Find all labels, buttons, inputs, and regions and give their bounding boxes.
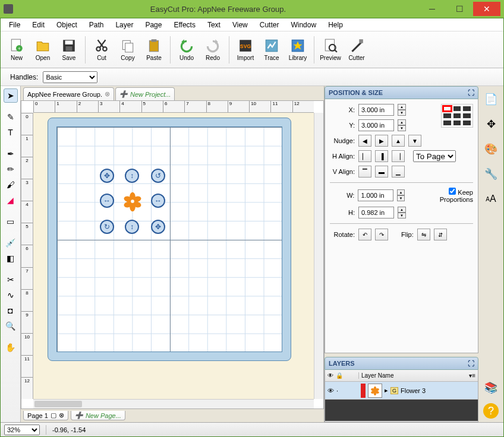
y-down[interactable]: ▼ [398,125,406,131]
handle-skew[interactable]: ↻ [100,220,114,234]
position-size-header[interactable]: POSITION & SIZE ⛶ [325,86,478,99]
text-tool[interactable]: T [4,125,18,140]
panel-expand-icon[interactable]: ⛶ [468,89,474,96]
grid[interactable]: ✥ ↕ ↺ ↔ ↔ ↻ ↕ ✥ [56,126,282,352]
knife-tool[interactable]: ✂ [4,273,18,287]
pen-tool[interactable]: ✒ [4,147,18,161]
scrollbar-horizontal[interactable] [33,399,314,408]
handle-rotate[interactable]: ↺ [151,169,165,183]
nudge-right[interactable]: ▶ [375,135,388,147]
w-input[interactable]: 1.000 in [358,189,393,201]
nudge-left[interactable]: ◀ [358,135,371,147]
hand-tool[interactable]: ✋ [4,340,18,354]
scrollbar-vertical[interactable] [314,113,323,399]
cutter-button[interactable]: Cutter [344,33,369,66]
layer-color[interactable] [361,384,366,398]
y-up[interactable]: ▲ [398,119,406,125]
menu-window[interactable]: Window [285,20,322,30]
color-panel-icon[interactable]: 🎨 [481,140,500,159]
menu-layer[interactable]: Layer [109,20,139,30]
copy-button[interactable]: Copy [115,33,140,66]
handle-bottom[interactable]: ↕ [125,220,139,234]
panel-expand-icon[interactable]: ⛶ [468,360,474,367]
redo-button[interactable]: Redo [200,33,225,66]
flip-v[interactable]: ⇵ [434,229,447,240]
text-panel-icon[interactable]: AA [481,189,500,208]
layer-visible-icon[interactable]: 👁 [327,387,334,394]
node-tool[interactable]: ✎ [4,110,18,124]
handles-select[interactable]: Basic [43,71,97,83]
close-tab-icon[interactable]: ⊗ [105,90,110,98]
zoom-select[interactable]: 32% [4,425,40,435]
shape-tool[interactable]: ▭ [4,214,18,229]
brush-tool[interactable]: 🖌 [4,178,18,192]
valign-middle[interactable]: ▬ [375,166,388,178]
keep-proportions-checkbox[interactable] [449,188,456,195]
menu-help[interactable]: Help [322,20,349,30]
trace-button[interactable]: Trace [259,33,284,66]
menu-object[interactable]: Object [51,20,83,30]
canvas-area[interactable]: ✥ ↕ ↺ ↔ ↔ ↻ ↕ ✥ [33,113,314,399]
crop-tool[interactable]: ◘ [4,303,18,318]
document-tab[interactable]: ➕ New Project... [115,87,175,100]
menu-text[interactable]: Text [201,20,226,30]
menu-edit[interactable]: Edit [26,20,51,30]
layer-row[interactable]: 👁· ▸ G Flower 3 [325,382,478,400]
handle-move[interactable]: ✥ [100,169,114,183]
cut-button[interactable]: Cut [89,33,114,66]
pencil-tool[interactable]: ✏ [4,162,18,176]
x-down[interactable]: ▼ [398,110,406,116]
anchor-grid[interactable] [441,104,473,128]
y-input[interactable]: 3.000 in [358,119,394,131]
menu-page[interactable]: Page [139,20,168,30]
handle-left[interactable]: ↔ [100,194,114,208]
settings-panel-icon[interactable]: 🔧 [481,164,500,183]
zoom-tool[interactable]: 🔍 [4,319,18,333]
layers-menu-icon[interactable]: ▾≡ [467,372,478,379]
selected-object[interactable]: ✥ ↕ ↺ ↔ ↔ ↻ ↕ ✥ [102,171,163,232]
menu-cutter[interactable]: Cutter [254,20,285,30]
save-button[interactable]: Save [56,33,81,66]
menu-view[interactable]: View [226,20,254,30]
preview-button[interactable]: Preview [318,33,343,66]
import-button[interactable]: SVGImport [233,33,258,66]
layers-panel-icon[interactable]: 📚 [481,378,500,397]
layer-name[interactable]: Flower 3 [401,387,426,394]
menu-file[interactable]: File [3,20,26,30]
new-button[interactable]: +New [4,33,29,66]
halign-left[interactable]: ▏ [358,150,371,162]
eyedropper-tool[interactable]: 💉 [4,236,18,250]
halign-center[interactable]: ▐ [375,150,388,162]
align-target-select[interactable]: To Page [413,150,456,162]
paste-button[interactable]: Paste [141,33,166,66]
halign-right[interactable]: ▕ [392,150,405,162]
minimize-button[interactable]: ─ [418,2,446,16]
eraser-tool[interactable]: ◢ [4,193,18,207]
maximize-button[interactable]: ☐ [446,2,473,16]
valign-bottom[interactable]: ▁ [392,166,405,178]
page-tab[interactable]: Page 1 ▢ ⊗ [23,411,68,420]
flip-h[interactable]: ⇋ [417,229,430,240]
x-input[interactable]: 3.000 in [358,104,394,116]
canvas[interactable]: 0123456789101112 0123456789101112 ✥ ↕ ↺ … [21,100,324,409]
library-button[interactable]: Library [285,33,310,66]
x-up[interactable]: ▲ [398,104,406,110]
flower-shape[interactable] [121,190,144,213]
measure-tool[interactable]: ∿ [4,288,18,302]
h-input[interactable]: 0.982 in [358,207,394,218]
page-tab[interactable]: ➕ New Page... [71,411,125,420]
handle-right[interactable]: ↔ [151,194,165,208]
nudge-down[interactable]: ▼ [408,135,421,147]
layers-header[interactable]: LAYERS ⛶ [325,357,478,370]
menu-effects[interactable]: Effects [168,20,201,30]
rotate-cw[interactable]: ↷ [375,229,388,240]
document-panel-icon[interactable]: 📄 [481,90,500,109]
nudge-up[interactable]: ▲ [392,135,405,147]
open-button[interactable]: Open [30,33,55,66]
select-tool[interactable]: ➤ [4,88,18,103]
layer-expand-icon[interactable]: ▸ [385,387,388,394]
close-button[interactable]: ✕ [473,2,500,16]
rotate-ccw[interactable]: ↶ [358,229,371,240]
handle-scale[interactable]: ✥ [151,220,165,234]
handle-top[interactable]: ↕ [125,169,139,183]
